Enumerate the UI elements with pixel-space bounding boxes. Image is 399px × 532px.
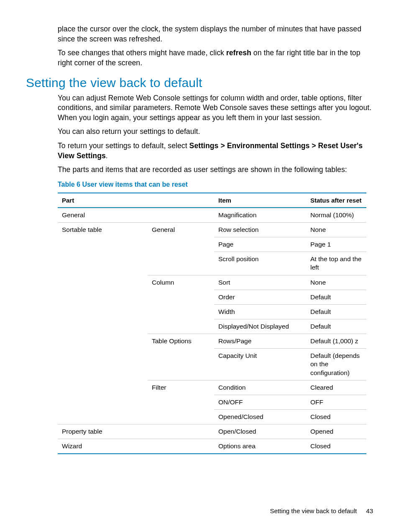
table-row: Property table Open/Closed Opened — [58, 424, 366, 439]
cell-status: OFF — [306, 395, 366, 409]
cell-item: Opened/Closed — [214, 409, 306, 424]
table-caption: Table 6 User view items that can be rese… — [58, 181, 373, 188]
cell-status: Default — [306, 290, 366, 304]
cell-sub — [148, 439, 214, 454]
cell-sub — [148, 424, 214, 439]
cell-sub — [148, 208, 214, 223]
table-row: General Magnification Normal (100%) — [58, 208, 366, 223]
cell-item: Scroll position — [214, 252, 306, 275]
section-paragraph-2: You can also return your settings to def… — [58, 127, 373, 137]
cell-item: Options area — [214, 439, 306, 454]
cell-item: Sort — [214, 275, 306, 290]
cell-part: Wizard — [58, 439, 148, 454]
section-paragraph-4: The parts and items that are recorded as… — [58, 165, 373, 175]
cell-part: Property table — [58, 424, 148, 439]
cell-status: Cleared — [306, 380, 366, 395]
col-status: Status after reset — [306, 193, 366, 208]
cell-item: Open/Closed — [214, 424, 306, 439]
intro-block: place the cursor over the clock, the sys… — [58, 24, 373, 68]
col-item: Item — [214, 193, 306, 208]
cell-item: Condition — [214, 380, 306, 395]
cell-item: Row selection — [214, 223, 306, 237]
intro-paragraph-1: place the cursor over the clock, the sys… — [58, 24, 373, 44]
cell-status: Default — [306, 319, 366, 334]
section-body: You can adjust Remote Web Console settin… — [58, 93, 373, 455]
cell-status: Default (1,000) z — [306, 334, 366, 349]
page: place the cursor over the clock, the sys… — [0, 0, 399, 532]
reset-table: Part Item Status after reset General Mag… — [58, 193, 366, 455]
intro-paragraph-2: To see changes that others might have ma… — [58, 48, 373, 68]
text: . — [106, 152, 108, 160]
cell-item: Capacity Unit — [214, 349, 306, 380]
cell-sub: Column — [148, 275, 214, 334]
table-row: Wizard Options area Closed — [58, 439, 366, 454]
section-paragraph-3: To return your settings to default, sele… — [58, 141, 373, 161]
cell-item: Width — [214, 304, 306, 319]
cell-item: ON/OFF — [214, 395, 306, 409]
cell-status: Default (depends on the configuration) — [306, 349, 366, 380]
text: To see changes that others might have ma… — [58, 49, 226, 57]
section-heading: Setting the view back to default — [26, 76, 373, 90]
footer-text: Setting the view back to default — [270, 507, 357, 514]
cell-item: Order — [214, 290, 306, 304]
table-row: Sortable table General Row selection Non… — [58, 223, 366, 237]
cell-status: None — [306, 223, 366, 237]
cell-item: Rows/Page — [214, 334, 306, 349]
cell-item: Displayed/Not Displayed — [214, 319, 306, 334]
section-paragraph-1: You can adjust Remote Web Console settin… — [58, 93, 373, 123]
cell-status: Closed — [306, 409, 366, 424]
cell-status: Opened — [306, 424, 366, 439]
cell-item: Magnification — [214, 208, 306, 223]
cell-status: Closed — [306, 439, 366, 454]
refresh-bold: refresh — [226, 49, 251, 57]
cell-status: None — [306, 275, 366, 290]
page-footer: Setting the view back to default 43 — [270, 507, 373, 514]
page-number: 43 — [366, 507, 373, 514]
cell-status: At the top and the left — [306, 252, 366, 275]
cell-status: Page 1 — [306, 237, 366, 252]
cell-part: General — [58, 208, 148, 223]
cell-sub: General — [148, 223, 214, 275]
cell-status: Default — [306, 304, 366, 319]
cell-sub: Table Options — [148, 334, 214, 380]
col-part: Part — [58, 193, 214, 208]
cell-status: Normal (100%) — [306, 208, 366, 223]
cell-item: Page — [214, 237, 306, 252]
cell-part: Sortable table — [58, 223, 148, 424]
cell-sub: Filter — [148, 380, 214, 424]
text: To return your settings to default, sele… — [58, 141, 189, 150]
table-header-row: Part Item Status after reset — [58, 193, 366, 208]
